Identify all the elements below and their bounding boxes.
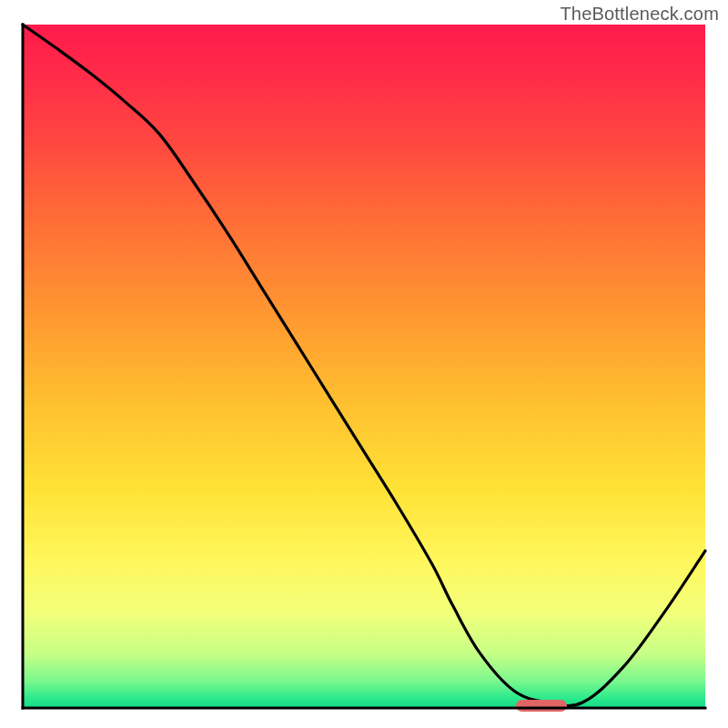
watermark-text: TheBottleneck.com	[560, 4, 719, 25]
chart-container: TheBottleneck.com	[0, 0, 728, 728]
axes	[23, 25, 705, 708]
plot-area	[23, 25, 705, 708]
